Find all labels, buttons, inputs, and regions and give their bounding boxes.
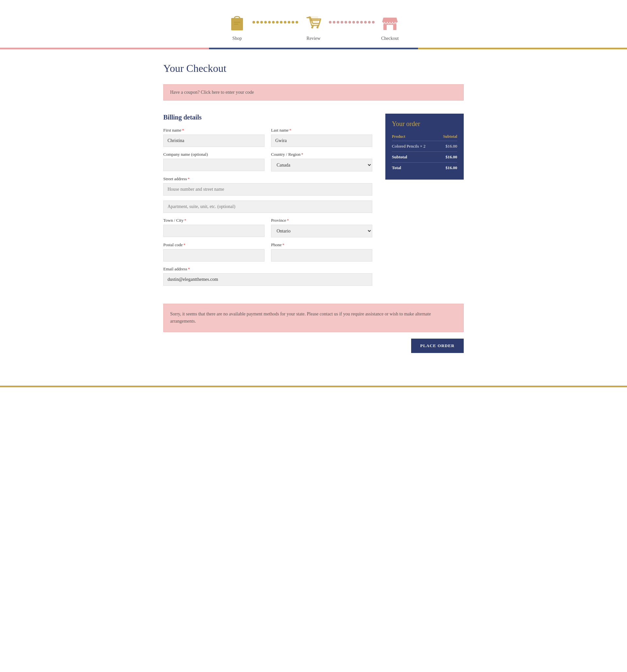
store-icon (380, 13, 400, 33)
step-review[interactable]: Review (304, 13, 323, 41)
step-checkout[interactable]: Checkout (380, 13, 400, 41)
step-shop[interactable]: Shop (227, 13, 247, 41)
last-name-input[interactable] (271, 135, 372, 147)
order-title: Your order (392, 120, 457, 128)
svg-point-7 (312, 25, 314, 27)
street-label: Street address* (163, 176, 372, 182)
required-star-9: * (188, 266, 190, 271)
street-group: Street address* (163, 176, 372, 196)
country-label: Country / Region* (271, 152, 372, 157)
checkout-layout: Billing details First name* Last name* (163, 114, 464, 291)
required-star-8: * (283, 242, 285, 247)
subtotal-col-header: Subtotal (438, 133, 457, 141)
postal-input[interactable] (163, 249, 265, 262)
step-shop-label: Shop (233, 36, 242, 41)
main-content: Your Checkout Have a coupon? Click here … (157, 49, 470, 366)
total-value: $16.00 (438, 163, 457, 173)
bag-icon (227, 13, 247, 33)
required-star-4: * (188, 176, 190, 181)
required-star-7: * (184, 242, 186, 247)
place-order-row: PLACE ORDER (163, 339, 464, 353)
progress-blue (209, 48, 418, 49)
required-star-5: * (184, 218, 187, 223)
progress-gold (418, 48, 627, 49)
svg-rect-3 (234, 24, 238, 24)
city-province-row: Town / City* Province* Ontario British C… (163, 218, 372, 237)
subtotal-value: $16.00 (438, 152, 457, 163)
email-input[interactable] (163, 273, 372, 286)
order-item-name: Colored Pencils × 2 (392, 141, 438, 152)
last-name-label: Last name* (271, 128, 372, 133)
province-label: Province* (271, 218, 372, 223)
svg-point-8 (317, 25, 319, 27)
billing-title: Billing details (163, 114, 372, 121)
city-input[interactable] (163, 225, 265, 237)
coupon-banner[interactable]: Have a coupon? Click here to enter your … (163, 84, 464, 101)
postal-phone-row: Postal code* Phone* (163, 242, 372, 262)
billing-section: Billing details First name* Last name* (163, 114, 372, 291)
subtotal-label: Subtotal (392, 152, 438, 163)
bottom-gold-line (0, 386, 627, 387)
order-table: Product Subtotal Colored Pencils × 2 $16… (392, 133, 457, 173)
name-row: First name* Last name* (163, 128, 372, 147)
svg-rect-2 (234, 22, 240, 23)
subtotal-row: Subtotal $16.00 (392, 152, 457, 163)
postal-group: Postal code* (163, 242, 265, 262)
apt-input[interactable] (163, 200, 372, 213)
payment-notice: Sorry, it seems that there are no availa… (163, 304, 464, 332)
country-group: Country / Region* Canada United States U… (271, 152, 372, 171)
coupon-text: Have a coupon? Click here to enter your … (170, 90, 254, 95)
progress-pink (0, 48, 209, 49)
order-summary: Your order Product Subtotal Colored Penc… (385, 114, 464, 179)
order-item-price: $16.00 (438, 141, 457, 152)
order-item-row: Colored Pencils × 2 $16.00 (392, 141, 457, 152)
first-name-group: First name* (163, 128, 265, 147)
city-label: Town / City* (163, 218, 265, 223)
required-star-6: * (287, 218, 289, 223)
company-country-row: Company name (optional) Country / Region… (163, 152, 372, 171)
required-star-3: * (301, 152, 304, 157)
city-group: Town / City* (163, 218, 265, 237)
dots-1 (252, 21, 299, 24)
country-select[interactable]: Canada United States United Kingdom (271, 159, 372, 171)
svg-rect-10 (387, 25, 393, 30)
step-checkout-label: Checkout (381, 36, 399, 41)
last-name-group: Last name* (271, 128, 372, 147)
dots-2 (328, 21, 375, 24)
total-label: Total (392, 163, 438, 173)
phone-label: Phone* (271, 242, 372, 247)
phone-input[interactable] (271, 249, 372, 262)
first-name-input[interactable] (163, 135, 265, 147)
cart-icon (304, 13, 323, 33)
first-name-label: First name* (163, 128, 265, 133)
apt-group (163, 200, 372, 213)
required-star: * (182, 128, 184, 133)
place-order-button[interactable]: PLACE ORDER (411, 339, 464, 353)
total-row: Total $16.00 (392, 163, 457, 173)
postal-label: Postal code* (163, 242, 265, 247)
progress-bar (0, 48, 627, 49)
product-col-header: Product (392, 133, 438, 141)
street-input[interactable] (163, 183, 372, 196)
step-review-label: Review (307, 36, 321, 41)
payment-notice-text: Sorry, it seems that there are no availa… (170, 312, 431, 323)
required-star-2: * (289, 128, 292, 133)
checkout-steps: Shop Review (0, 0, 627, 48)
province-group: Province* Ontario British Columbia Quebe… (271, 218, 372, 237)
company-group: Company name (optional) (163, 152, 265, 171)
email-label: Email address* (163, 266, 372, 272)
province-select[interactable]: Ontario British Columbia Quebec Alberta (271, 225, 372, 237)
company-label: Company name (optional) (163, 152, 265, 157)
email-group: Email address* (163, 266, 372, 286)
page-title: Your Checkout (163, 63, 464, 74)
company-input[interactable] (163, 159, 265, 171)
phone-group: Phone* (271, 242, 372, 262)
